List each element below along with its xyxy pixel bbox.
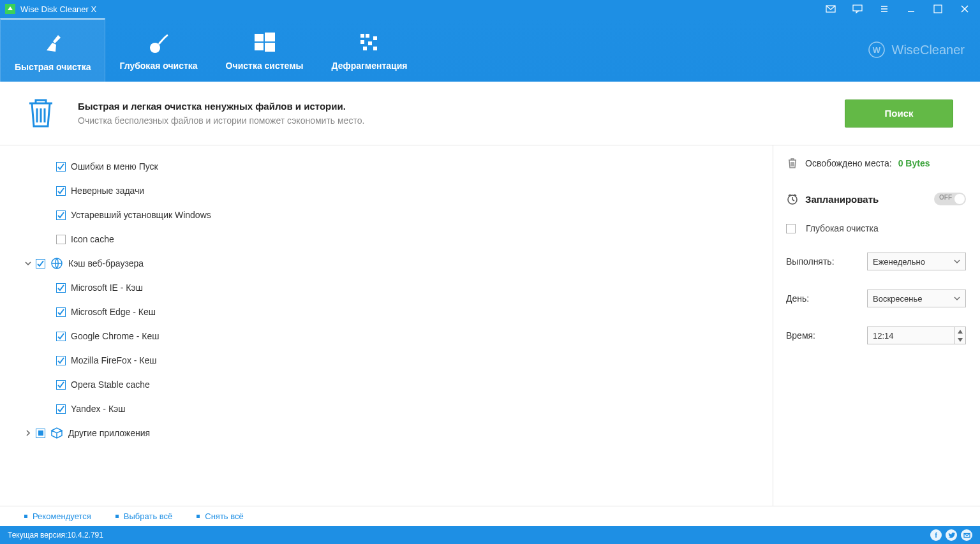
svg-rect-11 bbox=[373, 36, 377, 40]
feedback-icon[interactable] bbox=[852, 4, 863, 14]
footer-link-select-all[interactable]: Выбрать всё bbox=[115, 511, 172, 521]
chevron-down-icon bbox=[954, 295, 960, 302]
tab-label: Глубокая очистка bbox=[119, 61, 197, 71]
list-item[interactable]: Yandex - Кэш bbox=[19, 397, 773, 421]
svg-rect-8 bbox=[265, 43, 275, 52]
schedule-label: Запланировать bbox=[805, 194, 879, 205]
list-item[interactable]: Ошибки в меню Пуск bbox=[19, 154, 773, 179]
footer-link-recommended[interactable]: Рекомендуется bbox=[24, 511, 91, 521]
run-select[interactable]: Еженедельно bbox=[867, 253, 966, 270]
chevron-down-icon[interactable] bbox=[23, 258, 33, 268]
trash-icon bbox=[23, 94, 59, 133]
schedule-toggle[interactable]: OFF bbox=[934, 193, 966, 205]
tab-quick-clean[interactable]: Быстрая очистка bbox=[0, 18, 105, 82]
item-label: Google Chrome - Кеш bbox=[71, 331, 159, 341]
group-checkbox[interactable] bbox=[36, 429, 45, 438]
titlebar: Wise Disk Cleaner X bbox=[0, 0, 980, 18]
item-checkbox[interactable] bbox=[56, 307, 66, 317]
list-item[interactable]: Неверные задачи bbox=[19, 179, 773, 203]
vacuum-icon bbox=[146, 30, 172, 55]
clock-icon bbox=[786, 193, 799, 205]
item-label: Yandex - Кэш bbox=[71, 404, 125, 414]
email-social-icon[interactable] bbox=[961, 529, 972, 541]
menu-icon[interactable] bbox=[879, 4, 889, 14]
list-item[interactable]: Microsoft IE - Кэш bbox=[19, 276, 773, 300]
time-spinner[interactable]: 12:14 bbox=[867, 327, 966, 344]
footer-link-deselect-all[interactable]: Снять всё bbox=[197, 511, 243, 521]
chevron-right-icon[interactable] bbox=[23, 428, 33, 438]
scan-button[interactable]: Поиск bbox=[845, 99, 953, 128]
list-item[interactable]: Microsoft Edge - Кеш bbox=[19, 300, 773, 324]
list-item[interactable]: Mozilla FireFox - Кеш bbox=[19, 348, 773, 372]
tab-defrag[interactable]: Дефрагментация bbox=[318, 18, 422, 82]
item-checkbox[interactable] bbox=[56, 356, 66, 365]
svg-text:W: W bbox=[872, 45, 880, 55]
svg-rect-3 bbox=[934, 5, 942, 13]
item-label: Icon cache bbox=[71, 234, 114, 244]
svg-rect-12 bbox=[360, 40, 364, 44]
item-label: Устаревший установщик Windows bbox=[71, 210, 211, 220]
item-label: Ошибки в меню Пуск bbox=[71, 161, 158, 172]
group-label: Кэш веб-браузера bbox=[68, 258, 144, 268]
freed-value: 0 Bytes bbox=[898, 158, 930, 168]
mail-icon[interactable] bbox=[826, 4, 836, 14]
box-icon bbox=[50, 427, 63, 439]
day-value: Воскресенье bbox=[873, 294, 922, 304]
svg-rect-5 bbox=[255, 34, 264, 41]
day-select[interactable]: Воскресенье bbox=[867, 290, 966, 307]
group-row[interactable]: Другие приложения bbox=[19, 421, 773, 445]
link-label: Снять всё bbox=[205, 511, 243, 521]
item-checkbox[interactable] bbox=[56, 235, 66, 244]
list-item[interactable]: Google Chrome - Кеш bbox=[19, 324, 773, 348]
version-label: Текущая версия: bbox=[8, 531, 67, 540]
app-title: Wise Disk Cleaner X bbox=[20, 4, 826, 14]
item-checkbox[interactable] bbox=[56, 186, 66, 196]
svg-rect-10 bbox=[366, 34, 369, 38]
status-bar: Текущая версия:10.4.2.791 f bbox=[0, 526, 980, 544]
item-checkbox[interactable] bbox=[56, 404, 66, 414]
item-label: Неверные задачи bbox=[71, 186, 144, 196]
freed-label: Освобождено места: bbox=[805, 158, 892, 168]
run-label: Выполнять: bbox=[786, 256, 835, 267]
svg-rect-9 bbox=[360, 34, 364, 38]
windows-icon bbox=[253, 30, 276, 55]
side-panel: Освобождено места: 0 Bytes Запланировать… bbox=[773, 145, 980, 506]
group-row[interactable]: Кэш веб-браузера bbox=[19, 251, 773, 276]
list-item[interactable]: Устаревший установщик Windows bbox=[19, 203, 773, 227]
item-checkbox[interactable] bbox=[56, 283, 66, 293]
maximize-icon[interactable] bbox=[933, 4, 943, 14]
tab-system-clean[interactable]: Очистка системы bbox=[212, 18, 318, 82]
tab-label: Быстрая очистка bbox=[15, 62, 91, 72]
item-checkbox[interactable] bbox=[56, 380, 66, 390]
brand-logo: W WiseCleaner bbox=[868, 41, 965, 59]
link-label: Рекомендуется bbox=[33, 511, 91, 521]
clean-items-list[interactable]: Ошибки в меню ПускНеверные задачиУстарев… bbox=[0, 145, 773, 506]
minimize-icon[interactable] bbox=[906, 4, 916, 14]
brand-text: WiseCleaner bbox=[892, 43, 965, 57]
spinner-down-icon[interactable] bbox=[954, 335, 965, 344]
deep-clean-label: Глубокая очистка bbox=[806, 223, 879, 233]
header-panel: Быстрая и легкая очистка ненужных файлов… bbox=[0, 82, 980, 145]
link-label: Выбрать всё bbox=[124, 511, 172, 521]
deep-clean-checkbox[interactable] bbox=[786, 224, 796, 233]
footer-links: Рекомендуется Выбрать всё Снять всё bbox=[0, 506, 980, 526]
list-item[interactable]: Icon cache bbox=[19, 227, 773, 251]
svg-rect-15 bbox=[373, 47, 377, 50]
tab-deep-clean[interactable]: Глубокая очистка bbox=[105, 18, 211, 82]
facebook-icon[interactable]: f bbox=[930, 529, 942, 541]
header-title: Быстрая и легкая очистка ненужных файлов… bbox=[78, 101, 826, 112]
spinner-up-icon[interactable] bbox=[954, 327, 965, 335]
list-item[interactable]: Opera Stable cache bbox=[19, 372, 773, 397]
version-value: 10.4.2.791 bbox=[67, 531, 103, 540]
twitter-icon[interactable] bbox=[946, 529, 957, 541]
svg-rect-2 bbox=[853, 5, 862, 11]
close-icon[interactable] bbox=[960, 4, 970, 14]
item-checkbox[interactable] bbox=[56, 210, 66, 220]
svg-rect-13 bbox=[368, 41, 372, 45]
item-label: Microsoft Edge - Кеш bbox=[71, 307, 156, 317]
item-checkbox[interactable] bbox=[56, 162, 66, 172]
item-checkbox[interactable] bbox=[56, 332, 66, 341]
group-checkbox[interactable] bbox=[36, 259, 45, 268]
item-label: Opera Stable cache bbox=[71, 379, 150, 390]
chevron-down-icon bbox=[954, 258, 960, 265]
